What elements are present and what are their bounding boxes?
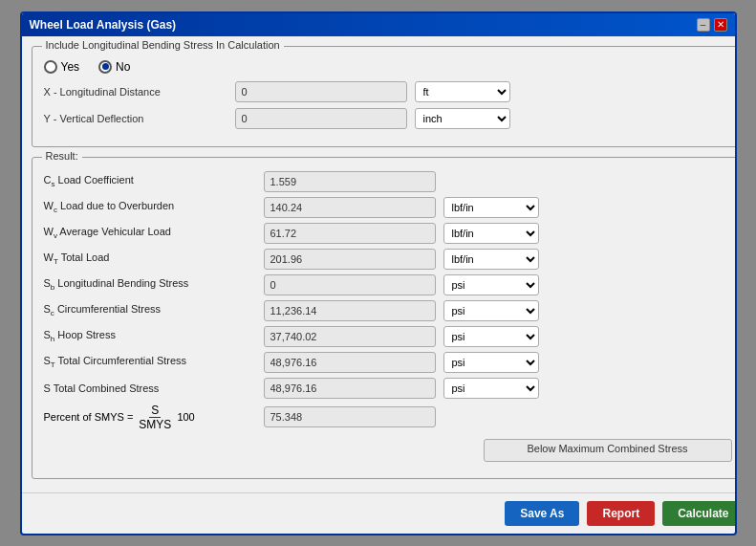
x-input[interactable] (235, 81, 407, 102)
wc-row: Wc Load due to Overburden lbf/inN/m (44, 197, 732, 218)
status-text: Below Maximum Combined Stress (484, 439, 732, 462)
st-unit[interactable]: psikPaMPa (443, 352, 539, 373)
title-bar: Wheel Load Analysis (Gas) – ✕ (22, 13, 735, 36)
sh-label: Sh Hoop Stress (44, 329, 264, 343)
button-row: Save As Report Calculate (22, 492, 737, 534)
wt-unit[interactable]: lbf/inN/m (443, 249, 539, 270)
yes-radio[interactable]: Yes (44, 60, 80, 74)
y-input[interactable] (235, 108, 407, 129)
y-label: Y - Vertical Deflection (44, 113, 235, 124)
y-unit-select[interactable]: inchmmcm (415, 108, 510, 129)
s-row: S Total Combined Stress psikPaMPa (44, 378, 732, 399)
smys-row: Percent of SMYS = S SMYS 100 (44, 404, 732, 431)
wc-label: Wc Load due to Overburden (44, 200, 264, 214)
st-value (264, 352, 436, 373)
longitudinal-group-title: Include Longitudinal Bending Stress In C… (42, 39, 284, 51)
save-as-button[interactable]: Save As (505, 501, 579, 526)
smys-numerator: S (149, 404, 161, 418)
wc-value (264, 197, 436, 218)
calculate-button[interactable]: Calculate (662, 501, 736, 526)
title-controls: – ✕ (697, 18, 727, 32)
sh-row: Sh Hoop Stress psikPaMPa (44, 326, 732, 347)
status-row: Below Maximum Combined Stress (44, 439, 732, 462)
result-group-title: Result: (42, 150, 82, 162)
sb-row: Sb Longitudinal Bending Stress psikPaMPa (44, 274, 732, 295)
result-group: Result: Cs Load Coefficient Wc Load due … (32, 157, 737, 479)
smys-fraction: S SMYS (137, 404, 173, 431)
st-row: ST Total Circumferential Stress psikPaMP… (44, 352, 732, 373)
s-unit[interactable]: psikPaMPa (443, 378, 539, 399)
report-button[interactable]: Report (587, 501, 655, 526)
sc-value (264, 300, 436, 321)
close-button[interactable]: ✕ (714, 18, 727, 32)
wt-row: WT Total Load lbf/inN/m (44, 249, 732, 270)
smys-denominator: SMYS (137, 418, 173, 431)
wt-value (264, 249, 436, 270)
s-value (264, 378, 436, 399)
cs-label: Cs Load Coefficient (44, 174, 264, 188)
wv-row: Wv Average Vehicular Load lbf/inN/m (44, 223, 732, 244)
no-radio-circle[interactable] (98, 60, 112, 74)
x-label: X - Longitudinal Distance (44, 86, 235, 98)
sh-unit[interactable]: psikPaMPa (443, 326, 539, 347)
x-unit-select[interactable]: ftminch (415, 81, 510, 102)
wv-unit[interactable]: lbf/inN/m (443, 223, 539, 244)
sc-label: Sc Circumferential Stress (44, 303, 264, 317)
window-title: Wheel Load Analysis (Gas) (30, 18, 177, 32)
sb-unit[interactable]: psikPaMPa (443, 274, 539, 295)
smys-label: Percent of SMYS = S SMYS 100 (44, 404, 264, 431)
s-label: S Total Combined Stress (44, 382, 264, 394)
main-content: Include Longitudinal Bending Stress In C… (22, 36, 737, 534)
yes-label: Yes (61, 60, 80, 74)
no-radio[interactable]: No (98, 60, 130, 74)
main-window: Wheel Load Analysis (Gas) – ✕ Include Lo… (20, 11, 737, 535)
minimize-button[interactable]: – (697, 18, 710, 32)
cs-value (264, 171, 436, 192)
longitudinal-group: Include Longitudinal Bending Stress In C… (32, 46, 737, 147)
y-deflection-row: Y - Vertical Deflection inchmmcm (44, 108, 732, 129)
radio-row: Yes No (44, 60, 732, 74)
sc-unit[interactable]: psikPaMPa (443, 300, 539, 321)
st-label: ST Total Circumferential Stress (44, 355, 264, 369)
sb-label: Sb Longitudinal Bending Stress (44, 277, 264, 292)
x-distance-row: X - Longitudinal Distance ftminch (44, 81, 732, 102)
yes-radio-circle[interactable] (44, 60, 57, 74)
cs-row: Cs Load Coefficient (44, 171, 732, 192)
wv-label: Wv Average Vehicular Load (44, 226, 264, 240)
wc-unit[interactable]: lbf/inN/m (443, 197, 539, 218)
sh-value (264, 326, 436, 347)
smys-value (264, 406, 436, 427)
wt-label: WT Total Load (44, 251, 264, 266)
no-label: No (116, 60, 130, 74)
sb-value (264, 274, 436, 295)
sc-row: Sc Circumferential Stress psikPaMPa (44, 300, 732, 321)
wv-value (264, 223, 436, 244)
results-container: Cs Load Coefficient Wc Load due to Overb… (44, 171, 732, 462)
